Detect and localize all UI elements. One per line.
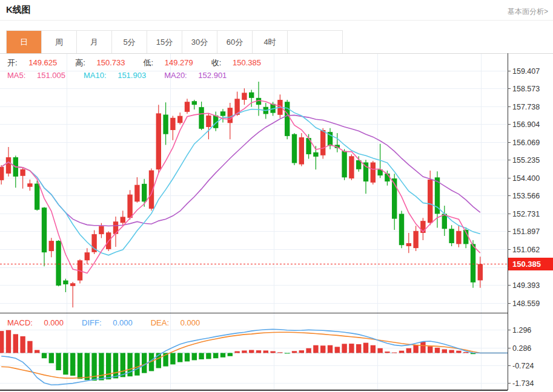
axis-tick-label: -1.734: [512, 379, 534, 388]
candle-body: [228, 108, 233, 123]
macd-bar: [113, 353, 118, 379]
macd-bar: [177, 353, 182, 362]
macd-legend: MACD: 0.000DIFF: 0.000DEA: 0.000: [7, 318, 218, 327]
macd-bar: [399, 351, 404, 353]
macd-bar: [142, 353, 147, 373]
ma-legend: MA5: 151.005MA10: 151.903MA20: 152.901: [7, 71, 245, 80]
candle-body: [134, 185, 139, 202]
axis-tick-label: 158.573: [512, 85, 540, 93]
candle-body: [199, 107, 204, 129]
ohlc-item: 开: 149.625: [7, 58, 66, 67]
macd-bar: [20, 336, 25, 353]
candle-body: [399, 214, 404, 245]
axis-tick-label: 155.235: [512, 156, 540, 165]
ma20-line: [1, 115, 480, 226]
tab-月[interactable]: 月: [77, 31, 112, 53]
ohlc-item: 高: 150.733: [75, 58, 134, 67]
tab-strip-spacer: [288, 31, 342, 53]
candle-body: [0, 167, 4, 180]
candle-body: [156, 113, 161, 169]
candle-body: [42, 207, 47, 252]
macd-bar: [99, 353, 104, 381]
macd-bar: [106, 353, 111, 380]
ohlc-legend: 开: 149.625高: 150.733低: 149.279收: 150.385: [7, 57, 279, 68]
macd-bar: [356, 344, 361, 353]
axis-tick-label: 1.296: [512, 326, 531, 335]
macd-bar: [456, 351, 461, 353]
axis-tick-label: 159.407: [512, 67, 540, 76]
macd-bar: [335, 347, 340, 353]
ma-item: MA5: 151.005: [7, 71, 75, 80]
macd-bar: [134, 353, 139, 376]
axis-tick-label: 148.559: [512, 299, 540, 308]
macd-bar: [371, 345, 376, 353]
candle-body: [170, 118, 175, 130]
page-title: K线图: [6, 4, 31, 16]
macd-bar: [70, 353, 75, 376]
candle-body: [413, 231, 418, 248]
macd-item: MACD: 0.000: [7, 318, 73, 327]
macd-bar: [85, 353, 90, 381]
tab-5分[interactable]: 5分: [112, 31, 147, 53]
macd-bar: [27, 341, 32, 353]
tab-周[interactable]: 周: [42, 31, 77, 53]
macd-bar: [406, 348, 411, 353]
macd-bar: [6, 330, 11, 353]
axis-tick-label: 149.393: [512, 281, 540, 290]
ohlc-item: 收: 150.385: [211, 58, 270, 67]
candle-body: [121, 217, 125, 223]
candle-body: [99, 226, 104, 234]
macd-bar: [413, 345, 418, 353]
candle-body: [478, 264, 483, 281]
candle-body: [285, 102, 290, 136]
macd-bar: [78, 353, 82, 379]
macd-bar: [442, 349, 447, 353]
chart-canvas[interactable]: 159.407158.573157.738156.904156.069155.2…: [0, 53, 553, 392]
macd-bar: [449, 350, 454, 353]
candle-body: [163, 114, 168, 134]
candle-body: [249, 93, 254, 98]
tab-日[interactable]: 日: [7, 31, 42, 53]
macd-bar: [263, 350, 268, 353]
candle-body: [20, 169, 25, 176]
macd-bar: [13, 334, 18, 353]
macd-bar: [299, 350, 304, 353]
ma-item: MA20: 152.901: [164, 71, 236, 80]
macd-bar: [192, 353, 197, 361]
macd-bar: [242, 350, 247, 353]
macd-bar: [285, 353, 290, 354]
axis-tick-label: -0.724: [512, 362, 534, 370]
candle-body: [49, 241, 54, 251]
tab-30分[interactable]: 30分: [182, 31, 217, 53]
tab-4时[interactable]: 4时: [253, 31, 288, 53]
macd-bar: [385, 351, 389, 353]
tab-60分[interactable]: 60分: [217, 31, 253, 53]
axis-tick-label: 152.731: [512, 210, 540, 218]
axis-tick-label: 157.738: [512, 103, 540, 111]
macd-bar: [313, 345, 318, 353]
candle-body: [142, 184, 147, 201]
kline-widget: K线图 基本面分析> 日周月5分15分30分60分4时 159.407158.5…: [0, 0, 553, 392]
macd-item: DIFF: 0.000: [82, 318, 142, 327]
axis-tick-label: 156.069: [512, 139, 540, 147]
tab-15分[interactable]: 15分: [147, 31, 182, 53]
macd-bar: [42, 353, 47, 359]
macd-bar: [35, 350, 39, 353]
macd-bar: [377, 348, 382, 353]
candle-body: [177, 116, 182, 123]
macd-bar: [392, 353, 397, 353]
candle-body: [349, 156, 354, 178]
macd-bar: [349, 344, 354, 353]
macd-bar: [199, 353, 204, 359]
macd-bar: [328, 345, 333, 353]
macd-bar: [213, 353, 218, 359]
macd-bar: [49, 353, 54, 364]
macd-bar: [292, 351, 297, 353]
candle-body: [192, 101, 197, 105]
candle-body: [242, 93, 247, 100]
candle-body: [6, 157, 11, 174]
candle-body: [63, 281, 68, 284]
fundamental-analysis-link[interactable]: 基本面分析>: [508, 7, 548, 17]
macd-bar: [428, 346, 432, 353]
macd-bar: [206, 353, 211, 359]
